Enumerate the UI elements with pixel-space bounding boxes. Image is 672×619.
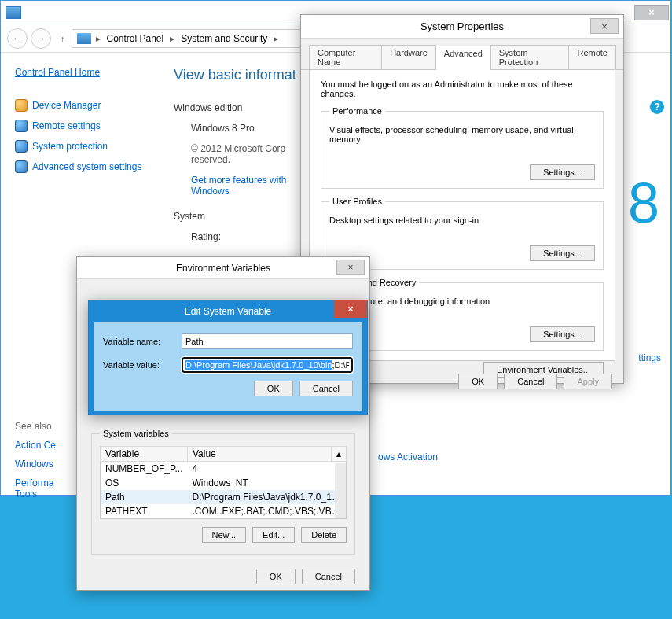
forward-icon[interactable]: →: [31, 28, 51, 49]
sp-tabs: Computer Name Hardware Advanced System P…: [301, 39, 623, 70]
group-performance: Performance Visual effects, processor sc…: [321, 106, 604, 189]
control-panel-home-link[interactable]: Control Panel Home: [15, 67, 100, 78]
settings-button[interactable]: Settings...: [530, 245, 595, 261]
window-title: Environment Variables: [176, 263, 270, 274]
tab-advanced[interactable]: Advanced: [435, 46, 491, 70]
new-button[interactable]: New...: [202, 527, 247, 543]
admin-note: You must be logged on as an Administrato…: [321, 79, 604, 98]
variable-value-label: Variable value:: [103, 360, 182, 370]
sidebar-item-label: Device Manager: [32, 100, 101, 111]
up-icon[interactable]: ↑: [61, 34, 65, 43]
breadcrumb-item[interactable]: System and Security: [176, 33, 272, 44]
tab-protection[interactable]: System Protection: [490, 45, 570, 69]
system-variables-table[interactable]: Variable Value ▴ NUMBER_OF_P...4 OSWindo…: [100, 446, 347, 519]
ok-button[interactable]: OK: [254, 381, 293, 396]
settings-partial[interactable]: ttings: [638, 352, 661, 363]
edit-system-variable-window: Edit System Variable × Variable name: Va…: [88, 300, 368, 415]
col-variable[interactable]: Variable: [101, 447, 188, 462]
window-title: System Properties: [420, 20, 504, 32]
col-value[interactable]: Value: [187, 447, 331, 462]
tab-remote[interactable]: Remote: [568, 45, 616, 69]
windows-8-logo: 8: [628, 171, 659, 235]
activation-link[interactable]: ows Activation: [378, 451, 438, 462]
esv-titlebar: Edit System Variable ×: [89, 300, 367, 322]
help-icon[interactable]: ?: [650, 100, 664, 114]
sidebar-item-label: Remote settings: [32, 120, 101, 131]
variable-value-input[interactable]: [182, 357, 353, 373]
window-title: Edit System Variable: [185, 306, 272, 317]
tab-computer-name[interactable]: Computer Name: [309, 45, 382, 69]
group-desc: Visual effects, processor scheduling, me…: [329, 125, 595, 144]
sidebar-item-label: Advanced system settings: [32, 161, 141, 172]
device-icon: [15, 99, 28, 112]
group-desc: Desktop settings related to your sign-in: [329, 216, 595, 225]
sidebar-item-label: System protection: [32, 141, 108, 152]
edit-button[interactable]: Edit...: [252, 527, 295, 543]
cancel-button[interactable]: Cancel: [302, 569, 355, 584]
sp-titlebar: System Properties ×: [301, 15, 623, 39]
sidebar-item-remote[interactable]: Remote settings: [15, 116, 160, 136]
settings-button[interactable]: Settings...: [530, 164, 595, 180]
close-icon[interactable]: ×: [634, 5, 669, 20]
ok-button[interactable]: OK: [458, 374, 498, 389]
breadcrumb-item[interactable]: Control Panel: [102, 33, 169, 44]
sidebar-item-advanced[interactable]: Advanced system settings: [15, 157, 160, 177]
apply-button: Apply: [564, 374, 612, 389]
group-title: System variables: [100, 429, 172, 438]
variable-name-label: Variable name:: [103, 337, 182, 346]
table-row[interactable]: NUMBER_OF_P...4: [101, 462, 347, 477]
group-title: Performance: [329, 106, 385, 116]
system-variables-group: System variables Variable Value ▴ NUMBER…: [91, 429, 355, 555]
sidebar-item-device-manager[interactable]: Device Manager: [15, 95, 160, 116]
ok-button[interactable]: OK: [256, 569, 296, 584]
close-icon[interactable]: ×: [336, 260, 365, 275]
tab-hardware[interactable]: Hardware: [381, 45, 436, 69]
shield-icon: [15, 120, 28, 132]
settings-button[interactable]: Settings...: [530, 326, 595, 342]
variable-name-input[interactable]: [182, 333, 353, 349]
table-row[interactable]: OSWindows_NT: [101, 476, 347, 490]
cancel-button[interactable]: Cancel: [504, 374, 557, 389]
back-icon[interactable]: ←: [7, 28, 28, 49]
shield-icon: [15, 160, 28, 173]
table-row[interactable]: PathD:\Program Files\Java\jdk1.7.0_10\bi…: [101, 490, 347, 504]
table-row[interactable]: PATHEXT.COM;.EXE;.BAT;.CMD;.VBS;.VBE;.JS…: [101, 504, 347, 519]
sidebar-item-protection[interactable]: System protection: [15, 136, 160, 157]
cancel-button[interactable]: Cancel: [299, 381, 353, 396]
group-title: User Profiles: [329, 197, 385, 206]
close-icon[interactable]: ×: [590, 18, 619, 34]
col-scroll-placeholder: ▴: [332, 447, 347, 462]
system-icon: [6, 6, 21, 19]
shield-icon: [15, 140, 28, 153]
delete-button[interactable]: Delete: [301, 527, 347, 543]
close-icon[interactable]: ×: [334, 300, 367, 318]
ev-titlebar: Environment Variables ×: [77, 257, 369, 279]
computer-icon: [77, 33, 91, 44]
